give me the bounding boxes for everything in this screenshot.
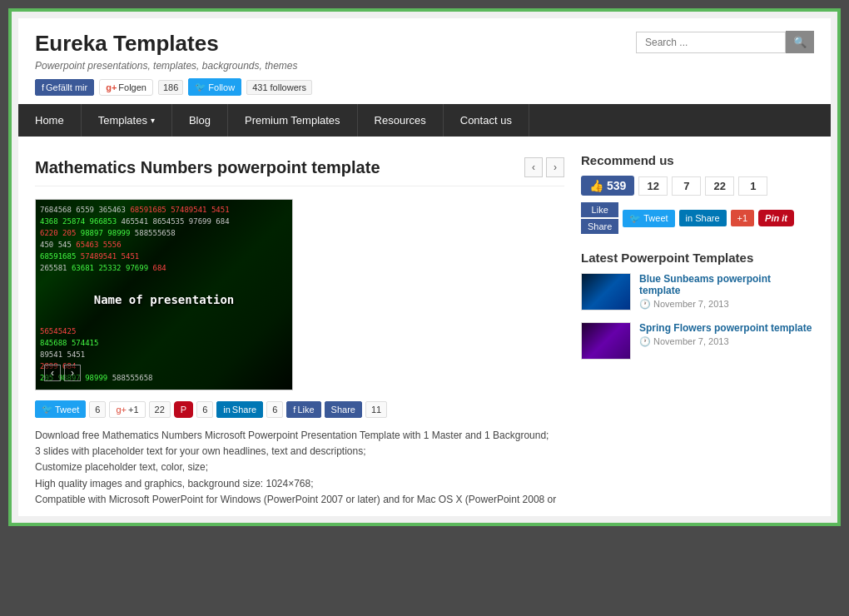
- latest-info-2: Spring Flowers powerpoint template 🕐 Nov…: [639, 322, 812, 347]
- latest-item-date-1: 🕐 November 7, 2013: [639, 299, 814, 310]
- list-item: Blue Sunbeams powerpoint template 🕐 Nove…: [581, 273, 814, 310]
- nav-templates[interactable]: Templates ▾: [82, 104, 172, 137]
- fb-share-article-button[interactable]: Share: [325, 401, 362, 418]
- slide-controls: ‹ ›: [44, 365, 81, 381]
- fb-like-article-button[interactable]: f Like: [286, 401, 320, 418]
- pin-sidebar-button[interactable]: Pin it: [758, 210, 794, 226]
- article-header: Mathematics Numbers powerpoint template …: [35, 145, 564, 186]
- inner-wrapper: Eureka Templates Powerpoint presentation…: [18, 18, 831, 516]
- nav-resources[interactable]: Resources: [358, 104, 444, 137]
- fb-like-sidebar-button[interactable]: Like: [581, 202, 618, 217]
- fb-like-button[interactable]: f Gefällt mir: [35, 79, 94, 96]
- nav-premium-templates[interactable]: Premium Templates: [228, 104, 358, 137]
- gplus-share-button[interactable]: g+ +1: [109, 401, 145, 418]
- main-content: Mathematics Numbers powerpoint template …: [35, 145, 581, 508]
- nav-home[interactable]: Home: [18, 104, 82, 137]
- followers-count: 431 followers: [246, 80, 312, 95]
- latest-item-title-1[interactable]: Blue Sunbeams powerpoint template: [639, 273, 814, 296]
- linkedin-sidebar-count: 7: [672, 176, 701, 196]
- pin-icon: P: [181, 405, 186, 415]
- twitter-share-icon: 🐦: [42, 404, 53, 415]
- templates-arrow: ▾: [151, 116, 155, 125]
- share-row: 🐦 Tweet 6 g+ +1 22 P 6 in Share 6: [35, 400, 564, 418]
- slide-image: 7684568 6559 365463 68591685 57489541 54…: [35, 199, 293, 390]
- twitter-icon: 🐦: [195, 82, 206, 92]
- site-title: Eureka Templates: [35, 31, 312, 57]
- recommend-title: Recommend us: [581, 153, 814, 167]
- slide-numbers-overlay: 7684568 6559 365463 68591685 57489541 54…: [36, 200, 292, 390]
- fb-count: 11: [365, 401, 387, 418]
- pinterest-button[interactable]: P: [174, 401, 193, 418]
- like-box: 👍 539: [581, 176, 634, 196]
- main-nav: Home Templates ▾ Blog Premium Templates …: [18, 104, 831, 137]
- header-left: Eureka Templates Powerpoint presentation…: [35, 31, 312, 96]
- search-area: 🔍: [636, 31, 814, 53]
- latest-info-1: Blue Sunbeams powerpoint template 🕐 Nove…: [639, 273, 814, 310]
- site-subtitle: Powerpoint presentations, templates, bac…: [35, 60, 312, 72]
- article-title: Mathematics Numbers powerpoint template: [35, 158, 380, 177]
- like-count: 👍 539: [589, 179, 626, 192]
- tw-sidebar-button[interactable]: 🐦 Tweet: [623, 210, 674, 227]
- gplus-follow-button[interactable]: g+ Folgen: [99, 79, 153, 96]
- fb-icon: f: [42, 82, 44, 92]
- clock-icon-1: 🕐: [639, 299, 651, 309]
- gplus-share-icon: g+: [116, 405, 127, 415]
- tweet-button[interactable]: 🐦 Tweet: [35, 400, 86, 418]
- li-sidebar-icon: in: [686, 213, 693, 223]
- slide-prev-button[interactable]: ‹: [44, 365, 61, 381]
- search-button[interactable]: 🔍: [786, 31, 814, 53]
- gplus-count: 186: [158, 80, 183, 95]
- slide-title: Name of presentation: [40, 294, 288, 306]
- linkedin-icon: in: [223, 405, 231, 415]
- search-input[interactable]: [636, 32, 786, 53]
- pin-count: 6: [196, 401, 213, 418]
- latest-item-date-2: 🕐 November 7, 2013: [639, 336, 812, 347]
- latest-section: Latest Powerpoint Templates Blue Sunbeam…: [581, 251, 814, 360]
- gplus-count-article: 22: [149, 401, 171, 418]
- page-container: Eureka Templates Powerpoint presentation…: [8, 8, 841, 526]
- article-nav-arrows: ‹ ›: [524, 157, 564, 177]
- list-item: Spring Flowers powerpoint template 🕐 Nov…: [581, 322, 814, 360]
- social-bar: f Gefällt mir g+ Folgen 186 🐦 Follow 431…: [35, 78, 312, 96]
- slide-next-button[interactable]: ›: [64, 365, 81, 381]
- latest-thumb-1: [581, 273, 631, 310]
- clock-icon-2: 🕐: [639, 336, 651, 346]
- recommend-section: Recommend us 👍 539 12 7: [581, 153, 814, 234]
- fb-share-sidebar-button[interactable]: Share: [581, 219, 618, 234]
- nav-contact-us[interactable]: Contact us: [444, 104, 529, 137]
- nav-blog[interactable]: Blog: [172, 104, 228, 137]
- linkedin-count: 6: [266, 401, 283, 418]
- site-header: Eureka Templates Powerpoint presentation…: [18, 18, 831, 104]
- gplus-sidebar-count: 22: [705, 176, 734, 196]
- pin-sidebar-count: 1: [738, 176, 767, 196]
- latest-title: Latest Powerpoint Templates: [581, 251, 814, 265]
- tw-sidebar-icon: 🐦: [629, 213, 641, 223]
- social-actions-row: Like Share 🐦 Tweet in Share +1: [581, 202, 814, 234]
- gplus-icon: g+: [106, 82, 117, 92]
- li-sidebar-button[interactable]: in Share: [679, 210, 727, 226]
- twitter-follow-button[interactable]: 🐦 Follow: [188, 78, 241, 96]
- social-counts-row: 👍 539 12 7 22: [581, 176, 814, 196]
- slideshow: 7684568 6559 365463 68591685 57489541 54…: [35, 199, 564, 390]
- tweet-sidebar-count: 12: [638, 176, 668, 196]
- latest-item-title-2[interactable]: Spring Flowers powerpoint template: [639, 322, 812, 334]
- article-description: Download free Mathematics Numbers Micros…: [35, 428, 564, 508]
- content-wrap: Mathematics Numbers powerpoint template …: [18, 137, 831, 516]
- gp-sidebar-button[interactable]: +1: [731, 210, 755, 226]
- sidebar: Recommend us 👍 539 12 7: [581, 145, 814, 508]
- fb-like-icon: f: [293, 405, 295, 415]
- linkedin-button[interactable]: in Share: [216, 401, 263, 418]
- prev-article-button[interactable]: ‹: [524, 157, 543, 177]
- tweet-count: 6: [89, 401, 106, 418]
- latest-thumb-2: [581, 322, 631, 360]
- next-article-button[interactable]: ›: [546, 157, 564, 177]
- thumbs-up-icon: 👍: [589, 179, 603, 192]
